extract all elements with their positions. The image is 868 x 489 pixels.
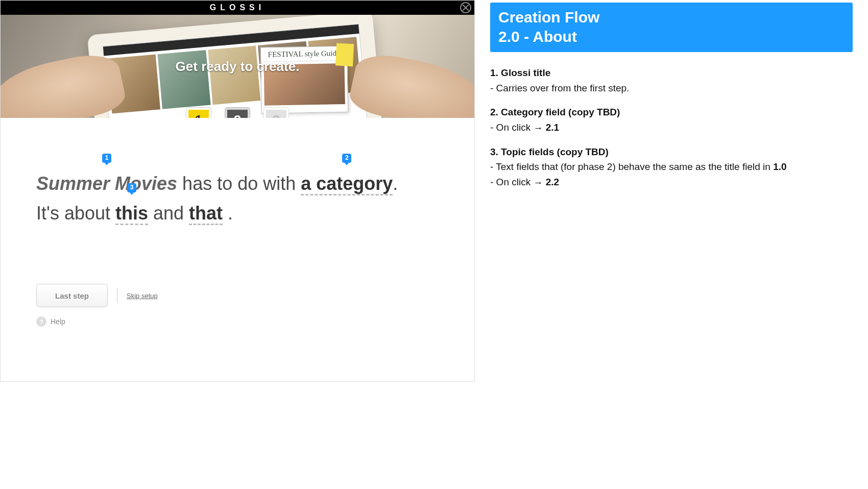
close-button[interactable] xyxy=(460,2,471,13)
help-row[interactable]: ? Help xyxy=(36,316,439,327)
topic1-wrap: 3 this xyxy=(115,199,148,228)
madlib-sentence: 1 Summer Movies has to do with 2 a categ… xyxy=(36,169,439,228)
text-fragment: It's about xyxy=(36,203,115,224)
category-wrap: 2 a category xyxy=(301,169,393,199)
annotation-line: - Carries over from the first step. xyxy=(490,82,853,95)
callout-marker-1: 1 xyxy=(102,154,111,163)
callout-marker-2: 2 xyxy=(342,154,351,163)
annotation-line: - Text fields that (for phase 2) behave … xyxy=(490,160,853,174)
topic-field-1[interactable]: this xyxy=(115,203,148,225)
step-1[interactable]: 1 xyxy=(186,108,211,118)
glossi-title: Summer Movies xyxy=(36,173,177,194)
close-icon xyxy=(463,5,469,11)
hero-card: FESTIVAL style Guide xyxy=(260,46,348,114)
annotation-body: 1. Glossi title - Carries over from the … xyxy=(490,52,853,188)
app-topbar: GLOSSI xyxy=(1,1,474,15)
help-icon: ? xyxy=(36,316,46,327)
annotation-line: - On click → 2.2 xyxy=(490,176,853,189)
arrow-icon: → xyxy=(533,121,543,135)
annotation-heading: 2. Category field (copy TBD) xyxy=(490,107,620,117)
step-indicator: 1 2 3 xyxy=(186,108,288,118)
hero-tagline: Get ready to create. xyxy=(1,59,474,75)
annotation-item-2: 2. Category field (copy TBD) - On click … xyxy=(490,106,853,134)
text-fragment: and xyxy=(148,203,189,224)
step-3[interactable]: 3 xyxy=(264,108,288,118)
step-content: 1 Summer Movies has to do with 2 a categ… xyxy=(1,118,474,342)
annotation-title-line2: 2.0 - About xyxy=(498,27,845,46)
step-2[interactable]: 2 xyxy=(225,108,250,118)
text-fragment: has to do with xyxy=(177,173,301,194)
annotation-item-3: 3. Topic fields (copy TBD) - Text fields… xyxy=(490,145,853,189)
separator xyxy=(117,288,117,303)
thumbnail-item xyxy=(208,45,261,105)
creation-flow-panel: GLOSSI FESTIVAL style Guide xyxy=(0,0,475,382)
callout-marker-3: 3 xyxy=(127,183,136,192)
category-field[interactable]: a category xyxy=(301,173,393,195)
annotation-panel: Creation Flow 2.0 - About 1. Glossi titl… xyxy=(475,0,868,489)
annotation-line: - On click → 2.1 xyxy=(490,121,853,134)
annotation-item-1: 1. Glossi title - Carries over from the … xyxy=(490,66,853,94)
annotation-header: Creation Flow 2.0 - About xyxy=(490,3,853,52)
arrow-icon: → xyxy=(533,176,543,189)
title-word-wrap: 1 Summer Movies xyxy=(36,169,177,199)
annotation-title-line1: Creation Flow xyxy=(498,8,845,27)
topic-field-2[interactable]: that xyxy=(189,203,223,225)
annotation-heading: 1. Glossi title xyxy=(490,67,550,78)
brand-logo: GLOSSI xyxy=(210,3,265,12)
text-fragment: . xyxy=(223,203,233,224)
last-step-button[interactable]: Last step xyxy=(36,284,108,307)
annotation-heading: 3. Topic fields (copy TBD) xyxy=(490,146,609,157)
action-row: Last step Skip setup xyxy=(36,284,439,307)
help-label: Help xyxy=(51,317,65,326)
skip-setup-link[interactable]: Skip setup xyxy=(127,292,158,300)
text-fragment: . xyxy=(393,173,398,194)
hero-banner: FESTIVAL style Guide Get ready to create… xyxy=(1,15,474,118)
